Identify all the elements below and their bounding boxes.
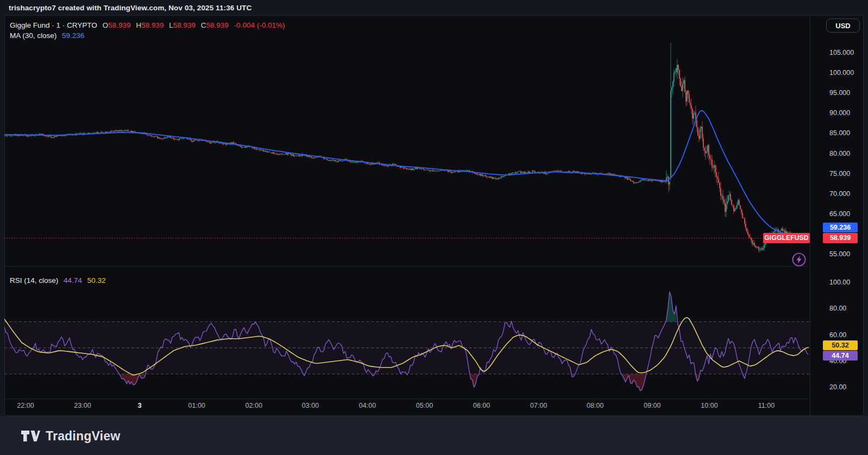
price-tick: 90.000 [829,109,867,117]
time-tick: 11:00 [750,402,783,409]
time-tick: 09:00 [636,402,669,409]
tradingview-logo[interactable]: TradingView [21,429,120,444]
rsi-label[interactable]: RSI (14, close) [10,276,58,285]
rsi-ma-badge: 50.32 [823,340,858,350]
time-tick: 06:00 [465,402,498,409]
rsi-tick: 80.00 [829,304,867,313]
rsi-tick: 20.00 [829,383,867,391]
tradingview-logo-text: TradingView [46,429,120,444]
symbol-title[interactable]: Giggle Fund · 1 · CRYPTO [10,21,97,29]
price-tick: 85.000 [829,129,867,137]
ohlc-open: O58.939 [103,21,131,29]
time-tick: 07:00 [522,402,555,409]
footer-bar: TradingView [0,416,868,455]
rsi-value: 44.74 [64,276,82,285]
chart-canvas[interactable] [0,0,868,455]
price-axis-divider [810,16,810,415]
time-tick: 3 [123,402,156,409]
time-tick: 02:00 [238,402,270,409]
price-tick: 105.000 [829,48,867,57]
tradingview-logo-icon [21,429,40,444]
price-tick: 55.000 [829,250,867,258]
ohlc-high: H58.939 [136,21,164,29]
time-axis-divider [5,399,809,399]
rsi-badge: 44.74 [823,351,858,361]
ma-legend[interactable]: MA (30, close) 59.236 [10,31,88,40]
time-tick: 03:00 [294,402,327,409]
ma-price-badge: 59.236 [823,223,858,232]
ohlc-close: C58.939 [201,21,229,29]
rsi-tick: 100.00 [829,278,867,287]
price-change: -0.004 (-0.01%) [234,21,285,29]
tradingview-screenshot: trishacrypto7 created with TradingView.c… [0,0,868,455]
time-tick: 23:00 [66,402,99,409]
price-tick: 65.000 [829,210,867,218]
time-tick: 04:00 [351,402,384,409]
symbol-price-label: GIGGLEFUSD [763,233,810,243]
instant-order-icon[interactable] [791,252,807,267]
rsi-legend[interactable]: RSI (14, close) 44.74 50.32 [10,276,109,285]
rsi-ma-value: 50.32 [88,276,106,285]
rsi-tick: 60.00 [829,331,867,339]
time-tick: 08:00 [579,402,611,409]
price-tick: 100.000 [829,68,867,77]
time-tick: 01:00 [180,402,213,409]
last-price-badge: 58.939 [823,233,858,243]
currency-toggle-button[interactable]: USD [826,18,860,33]
time-tick: 10:00 [693,402,726,409]
price-tick: 95.000 [829,89,867,97]
ohlc-low: L58.939 [169,21,196,29]
main-legend[interactable]: Giggle Fund · 1 · CRYPTO O58.939 H58.939… [10,21,288,29]
ma-label[interactable]: MA (30, close) [10,31,57,40]
time-tick: 22:00 [9,402,42,409]
price-tick: 80.000 [829,149,867,158]
time-tick: 05:00 [408,402,441,409]
pane-divider[interactable] [5,266,809,267]
ma-value: 59.236 [62,31,84,40]
price-tick: 75.000 [829,169,867,178]
price-tick: 70.000 [829,189,867,198]
